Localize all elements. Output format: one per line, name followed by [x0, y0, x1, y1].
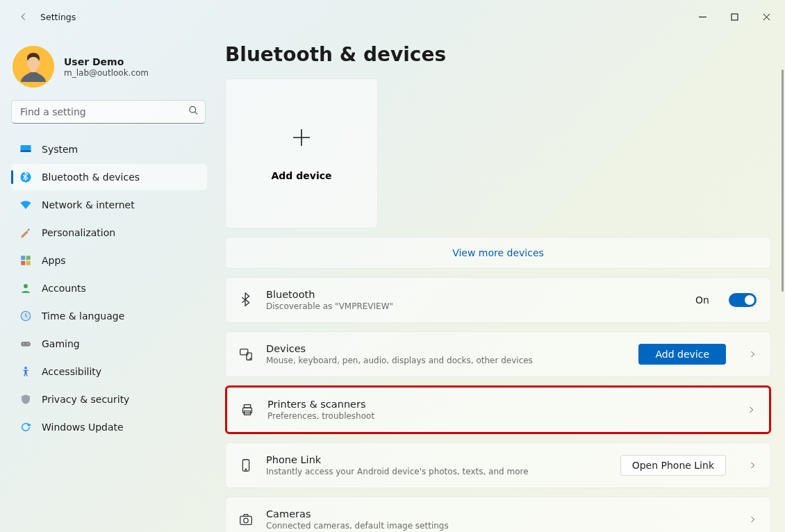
scrollbar[interactable]: [782, 69, 784, 292]
devices-sub: Mouse, keyboard, pen, audio, displays an…: [266, 356, 626, 365]
phone-title: Phone Link: [266, 454, 608, 465]
phone-link-row[interactable]: Phone Link Instantly access your Android…: [225, 442, 771, 488]
printers-sub: Preferences, troubleshoot: [267, 411, 725, 421]
nav-label: Privacy & security: [42, 394, 129, 405]
svg-rect-24: [240, 516, 252, 524]
svg-rect-8: [21, 261, 25, 265]
profile-name: User Demo: [64, 56, 149, 67]
cameras-row[interactable]: Cameras Connected cameras, default image…: [225, 497, 771, 532]
back-button[interactable]: [14, 7, 33, 26]
nav-personalization[interactable]: Personalization: [11, 219, 207, 246]
svg-point-14: [27, 343, 28, 344]
bluetooth-state-label: On: [695, 294, 709, 306]
chevron-right-icon: [748, 513, 757, 526]
svg-rect-12: [21, 342, 31, 347]
plus-icon: [290, 126, 313, 153]
bluetooth-toggle[interactable]: [729, 293, 757, 307]
profile-block[interactable]: User Demo m_lab@outlook.com: [13, 46, 203, 88]
chevron-right-icon: [747, 404, 755, 417]
bluetooth-icon: [238, 292, 254, 308]
phone-sub: Instantly access your Android device's p…: [266, 467, 608, 476]
nav-accessibility[interactable]: Accessibility: [11, 358, 207, 385]
app-title: Settings: [40, 12, 76, 22]
nav-label: Gaming: [42, 338, 80, 349]
main-content: Bluetooth & devices Add device View more…: [215, 33, 785, 532]
svg-rect-4: [21, 151, 31, 152]
update-icon: [19, 421, 32, 433]
nav-label: Time & language: [42, 310, 124, 322]
nav-privacy-security[interactable]: Privacy & security: [11, 386, 207, 413]
shield-icon: [19, 393, 32, 406]
open-phone-link-button[interactable]: Open Phone Link: [620, 455, 726, 476]
search-icon: [188, 106, 199, 119]
sidebar: User Demo m_lab@outlook.com System Bluet…: [0, 33, 215, 532]
printers-scanners-row[interactable]: Printers & scanners Preferences, trouble…: [225, 385, 771, 434]
view-more-devices[interactable]: View more devices: [225, 237, 771, 269]
nav-label: Personalization: [42, 227, 115, 238]
svg-rect-0: [732, 14, 738, 20]
bluetooth-title: Bluetooth: [266, 289, 683, 300]
nav-label: Network & internet: [42, 199, 135, 210]
nav-network[interactable]: Network & internet: [11, 192, 207, 218]
profile-email: m_lab@outlook.com: [64, 68, 149, 78]
nav-label: Accounts: [42, 283, 86, 294]
person-icon: [19, 282, 32, 294]
cameras-title: Cameras: [266, 508, 726, 519]
nav-bluetooth-devices[interactable]: Bluetooth & devices: [11, 164, 207, 190]
maximize-button[interactable]: [718, 6, 750, 28]
nav-label: System: [42, 144, 78, 155]
close-button[interactable]: [750, 6, 782, 28]
add-device-button[interactable]: Add device: [638, 344, 726, 365]
bluetooth-card: Bluetooth Discoverable as "VMPREVIEW" On: [225, 277, 771, 323]
nav-accounts[interactable]: Accounts: [11, 275, 207, 301]
wifi-icon: [19, 199, 32, 211]
svg-point-13: [23, 343, 24, 344]
titlebar: Settings: [0, 0, 785, 33]
svg-point-18: [250, 358, 251, 359]
devices-row[interactable]: Devices Mouse, keyboard, pen, audio, dis…: [225, 331, 771, 377]
apps-icon: [19, 254, 32, 267]
svg-point-23: [245, 469, 246, 469]
devices-icon: [238, 347, 254, 362]
svg-rect-9: [26, 261, 31, 265]
gamepad-icon: [19, 338, 32, 350]
svg-point-25: [244, 518, 248, 522]
svg-point-2: [190, 106, 196, 113]
svg-point-10: [24, 284, 28, 288]
accessibility-icon: [19, 365, 32, 378]
nav-label: Apps: [42, 255, 66, 266]
monitor-icon: [19, 143, 32, 156]
camera-icon: [238, 512, 254, 527]
cameras-sub: Connected cameras, default image setting…: [266, 521, 726, 531]
nav-label: Bluetooth & devices: [42, 172, 140, 183]
svg-rect-20: [244, 405, 250, 408]
minimize-button[interactable]: [686, 6, 718, 28]
add-device-label: Add device: [272, 170, 332, 181]
page-title: Bluetooth & devices: [225, 43, 771, 66]
chevron-right-icon: [748, 348, 757, 361]
view-more-label: View more devices: [452, 247, 544, 258]
brush-icon: [19, 226, 32, 239]
nav-windows-update[interactable]: Windows Update: [11, 414, 207, 440]
printers-title: Printers & scanners: [267, 399, 725, 410]
printer-icon: [240, 402, 255, 417]
clock-icon: [19, 310, 32, 322]
bluetooth-icon: [19, 171, 32, 183]
nav-label: Windows Update: [42, 422, 124, 433]
nav-gaming[interactable]: Gaming: [11, 331, 207, 357]
avatar: [13, 46, 54, 88]
nav-time-language[interactable]: Time & language: [11, 303, 207, 329]
phone-icon: [238, 458, 254, 473]
devices-title: Devices: [266, 343, 626, 354]
nav-apps[interactable]: Apps: [11, 247, 207, 274]
svg-point-5: [21, 172, 31, 183]
svg-rect-6: [21, 256, 25, 260]
chevron-right-icon: [748, 459, 757, 472]
nav-system[interactable]: System: [11, 136, 207, 163]
svg-rect-7: [26, 256, 31, 260]
add-device-card[interactable]: Add device: [225, 78, 378, 228]
svg-point-15: [24, 367, 27, 369]
search-input[interactable]: [11, 100, 206, 124]
bluetooth-sub: Discoverable as "VMPREVIEW": [266, 301, 683, 311]
nav-label: Accessibility: [42, 366, 101, 377]
